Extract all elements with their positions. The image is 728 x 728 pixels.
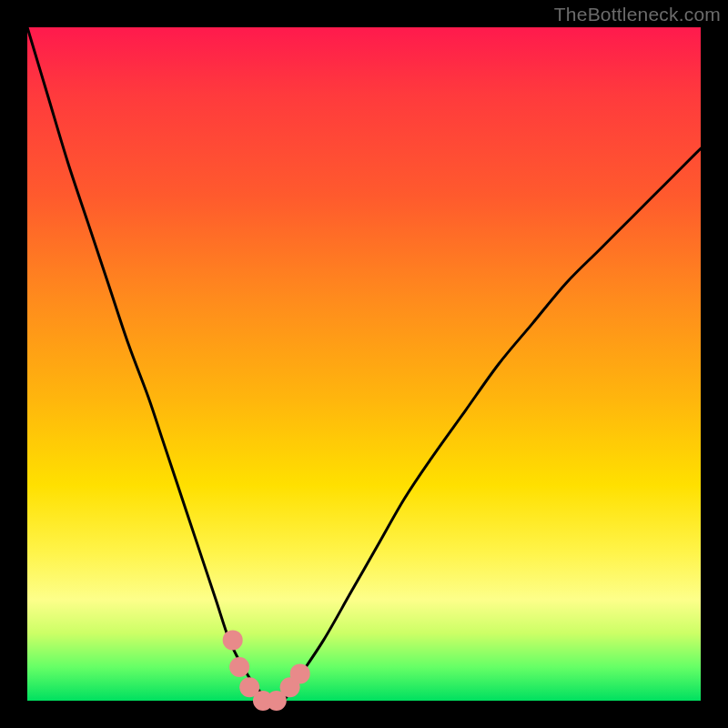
curve-marker <box>223 630 243 650</box>
attribution-label: TheBottleneck.com <box>554 4 721 25</box>
chart-svg <box>27 27 701 701</box>
chart-plot-area <box>27 27 701 701</box>
bottleneck-curve <box>27 27 701 703</box>
chart-frame: TheBottleneck.com <box>0 0 728 728</box>
curve-markers <box>223 630 310 711</box>
curve-marker <box>290 663 310 683</box>
curve-marker <box>229 657 249 677</box>
